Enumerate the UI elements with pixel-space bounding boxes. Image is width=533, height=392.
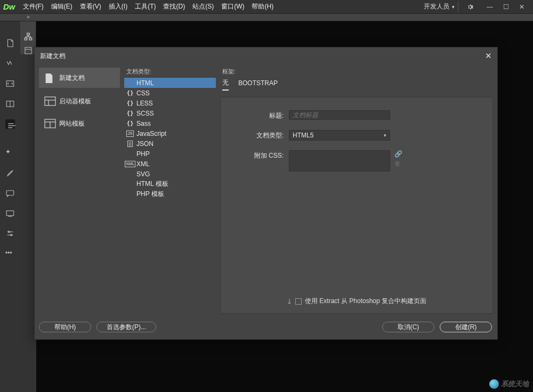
panel-overflow-strip: » — [0, 14, 533, 21]
manage-sites-icon[interactable] — [5, 59, 15, 68]
comment-icon[interactable] — [5, 189, 15, 198]
menu-help[interactable]: 帮助(H) — [252, 2, 273, 11]
gear-icon[interactable] — [466, 3, 474, 11]
doctype-column: 文档类型: HTML{}CSS{}LESS{}SCSS{}SassJSJavaS… — [124, 68, 216, 314]
doctype-label: XML — [136, 160, 150, 168]
create-button[interactable]: 创建(R) — [440, 322, 492, 332]
expand-icon[interactable] — [5, 209, 15, 218]
svg-rect-12 — [27, 33, 29, 35]
doctype-label: PHP 模板 — [136, 190, 164, 199]
menu-window[interactable]: 窗口(W) — [221, 2, 244, 11]
doctype-label: CSS — [136, 89, 150, 97]
doctype-icon: {} — [126, 120, 134, 127]
split-icon[interactable] — [5, 99, 15, 109]
wand-icon[interactable]: ✦ — [5, 148, 15, 158]
framework-panel: 标题: 文档类型: HTML5 ▾ 附加 CSS: 🔗 🗑 — [220, 97, 493, 314]
menu-file[interactable]: 文件(F) — [23, 2, 44, 11]
doctype-item-less[interactable]: {}LESS — [124, 98, 216, 108]
trash-icon[interactable]: 🗑 — [394, 160, 402, 167]
doctype-item-javascript[interactable]: JSJavaScript — [124, 128, 216, 138]
doctype-icon — [126, 79, 134, 87]
doctype-icon: {} — [126, 140, 134, 148]
category-new-document[interactable]: 新建文档 — [39, 68, 120, 88]
menu-view[interactable]: 查看(V) — [80, 2, 101, 11]
left-toolbar: ✦ ••• — [0, 21, 20, 392]
cancel-button[interactable]: 取消(C) — [382, 322, 434, 332]
title-input[interactable] — [289, 110, 390, 120]
maximize-button[interactable]: ☐ — [498, 2, 514, 12]
menu-insert[interactable]: 插入(I) — [109, 2, 127, 11]
doctype-item-php[interactable]: PHP — [124, 149, 216, 159]
tab-bootstrap[interactable]: BOOTSTRAP — [238, 79, 278, 89]
doctype-icon: XML — [126, 160, 134, 168]
code-icon[interactable] — [5, 79, 15, 88]
framework-column: 框架: 无 BOOTSTRAP 标题: 文档类型: HTML5 ▾ — [220, 68, 493, 314]
doctype-label: JSON — [136, 140, 154, 148]
doctype-item-php-模板[interactable]: PHP 模板 — [124, 189, 216, 199]
doctype-icon — [126, 181, 134, 188]
minimize-button[interactable]: — — [482, 2, 498, 12]
svg-rect-17 — [45, 97, 55, 105]
svg-rect-14 — [29, 38, 32, 40]
category-label: 启动器模板 — [59, 97, 91, 106]
help-button[interactable]: 帮助(H) — [39, 322, 91, 332]
doctype-label: SVG — [136, 170, 150, 178]
sitemap-icon[interactable] — [23, 32, 33, 42]
link-icon[interactable]: 🔗 — [394, 150, 402, 158]
menu-bar: 文件(F) 编辑(E) 查看(V) 插入(I) 工具(T) 查找(D) 站点(S… — [23, 2, 274, 11]
doctype-heading: 文档类型: — [124, 68, 216, 76]
asset-icon[interactable] — [23, 46, 33, 55]
doctype-label: PHP — [136, 150, 150, 158]
brush-icon[interactable] — [5, 168, 15, 178]
framework-tabs: 无 BOOTSTRAP — [220, 78, 493, 91]
doctype-icon: {} — [126, 110, 134, 117]
doctype-icon — [126, 170, 134, 178]
extract-checkbox[interactable] — [295, 298, 302, 305]
doctype-item-css[interactable]: {}CSS — [124, 88, 216, 98]
doctype-icon: {} — [126, 100, 134, 107]
doctype-select[interactable]: HTML5 ▾ — [289, 130, 390, 141]
doctype-list[interactable]: HTML{}CSS{}LESS{}SCSS{}SassJSJavaScript{… — [124, 78, 216, 314]
globe-icon — [489, 379, 499, 389]
menu-tools[interactable]: 工具(T) — [135, 2, 156, 11]
doctype-icon — [126, 150, 134, 158]
watermark: 系统天地 — [489, 379, 529, 389]
doctype-item-scss[interactable]: {}SCSS — [124, 108, 216, 118]
close-icon[interactable]: ✕ — [485, 51, 492, 61]
svg-rect-13 — [25, 38, 27, 40]
doctype-label: HTML 模板 — [136, 179, 168, 189]
close-window-button[interactable]: ✕ — [514, 2, 530, 12]
tab-none[interactable]: 无 — [222, 78, 229, 91]
extract-icon: ⤓ — [287, 298, 292, 305]
attach-css-list[interactable] — [289, 150, 390, 172]
category-site-templates[interactable]: 网站模板 — [39, 113, 120, 134]
doctype-select-value: HTML5 — [293, 132, 313, 139]
preferences-button[interactable]: 首选参数(P)... — [96, 322, 156, 332]
live-icon[interactable] — [5, 119, 15, 129]
doctype-item-html-模板[interactable]: HTML 模板 — [124, 179, 216, 189]
menu-edit[interactable]: 编辑(E) — [51, 2, 72, 11]
new-document-dialog: 新建文档 ✕ 新建文档 启动器模板 网站模板 文档类型: HTML{}CSS{}… — [34, 47, 498, 340]
category-starter-templates[interactable]: 启动器模板 — [39, 91, 120, 111]
doctype-icon: {} — [126, 89, 134, 97]
settings-icon[interactable] — [5, 229, 15, 239]
attach-css-label: 附加 CSS: — [231, 150, 289, 160]
svg-rect-6 — [6, 191, 14, 195]
doctype-item-svg[interactable]: SVG — [124, 169, 216, 179]
dialog-title-text: 新建文档 — [40, 52, 66, 60]
doctype-item-sass[interactable]: {}Sass — [124, 118, 216, 128]
page-icon — [44, 73, 54, 83]
doctype-item-html[interactable]: HTML — [124, 78, 216, 88]
more-icon[interactable]: ••• — [5, 249, 15, 259]
workspace-switcher[interactable]: 开发人员▾ — [421, 1, 458, 12]
menu-find[interactable]: 查找(D) — [163, 2, 185, 11]
doctype-item-xml[interactable]: XMLXML — [124, 159, 216, 169]
dialog-titlebar: 新建文档 ✕ — [35, 47, 497, 63]
file-icon[interactable] — [5, 38, 15, 48]
doctype-item-json[interactable]: {}JSON — [124, 138, 216, 149]
doctype-label: Sass — [136, 120, 151, 127]
chevron-down-icon: ▾ — [384, 133, 386, 138]
doctype-label: SCSS — [136, 110, 154, 117]
menu-site[interactable]: 站点(S) — [192, 2, 214, 11]
doctype-label: HTML — [136, 79, 154, 87]
